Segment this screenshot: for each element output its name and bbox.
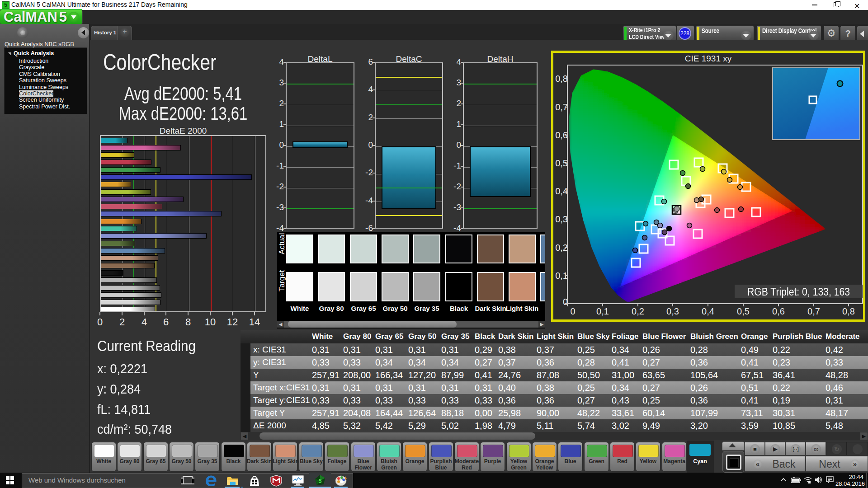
svg-text:5: 5 bbox=[319, 478, 322, 484]
